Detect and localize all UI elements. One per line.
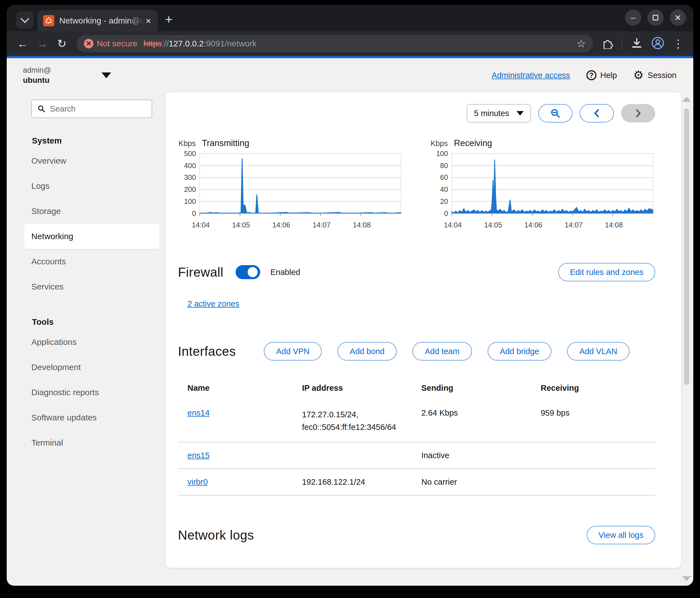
caret-down-icon bbox=[102, 73, 111, 78]
sidebar: System Overview Logs Storage Networking … bbox=[7, 92, 166, 586]
help-label: Help bbox=[600, 71, 617, 80]
scrollbar-thumb[interactable] bbox=[684, 108, 689, 385]
address-bar[interactable]: ✕ Not secure https://127.0.0.2:9091/netw… bbox=[77, 35, 593, 52]
tab-search-button[interactable] bbox=[16, 11, 33, 28]
sidebar-group-tools: Tools bbox=[32, 317, 152, 327]
bookmark-star-icon[interactable]: ☆ bbox=[576, 37, 586, 50]
add-team-button[interactable]: Add team bbox=[412, 342, 472, 361]
tab-title: Networking - admin@ub bbox=[59, 16, 144, 25]
chevron-down-icon bbox=[20, 14, 29, 23]
scrollbar-up-icon[interactable] bbox=[682, 97, 691, 102]
reload-button[interactable]: ↻ bbox=[53, 35, 71, 52]
sidebar-item-software-updates[interactable]: Software updates bbox=[24, 405, 159, 430]
administrative-access-link[interactable]: Administrative access bbox=[492, 71, 570, 80]
svg-text:14:07: 14:07 bbox=[565, 221, 582, 229]
firewall-state: Enabled bbox=[270, 268, 300, 277]
minimize-button[interactable]: – bbox=[625, 9, 641, 26]
accent-bar bbox=[7, 56, 693, 58]
profile-avatar-icon[interactable] bbox=[651, 37, 664, 51]
sidebar-item-applications[interactable]: Applications bbox=[24, 330, 159, 355]
sending-ens15: Inactive bbox=[412, 442, 531, 469]
graph-controls: 5 minutes bbox=[178, 104, 655, 123]
sidebar-item-accounts[interactable]: Accounts bbox=[24, 249, 159, 274]
scrollbar-down-icon[interactable] bbox=[682, 576, 691, 581]
sidebar-item-storage[interactable]: Storage bbox=[24, 199, 159, 224]
menu-kebab-icon[interactable]: ⋮ bbox=[673, 37, 684, 50]
view-all-logs-button[interactable]: View all logs bbox=[587, 526, 655, 544]
edit-rules-button[interactable]: Edit rules and zones bbox=[558, 263, 655, 281]
column-sending: Sending bbox=[412, 379, 531, 400]
tab-strip: Networking - admin@ub × + – ✕ bbox=[7, 5, 693, 31]
ubuntu-favicon-icon bbox=[43, 15, 54, 26]
interval-select[interactable]: 5 minutes bbox=[467, 104, 531, 123]
downloads-icon[interactable] bbox=[631, 37, 643, 50]
chevron-right-icon bbox=[634, 108, 642, 118]
maximize-button[interactable] bbox=[647, 9, 664, 26]
new-tab-button[interactable]: + bbox=[165, 12, 173, 27]
active-tab[interactable]: Networking - admin@ub × bbox=[38, 10, 158, 31]
zoom-out-icon bbox=[550, 108, 561, 119]
sidebar-item-networking[interactable]: Networking bbox=[24, 224, 159, 249]
host-name: ubuntu bbox=[23, 76, 51, 85]
sending-virbr0: No carrier bbox=[412, 469, 531, 495]
sidebar-item-development[interactable]: Development bbox=[24, 355, 159, 380]
ip-virbr0: 192.168.122.1/24 bbox=[292, 469, 412, 495]
user-menu[interactable]: admin@ ubuntu bbox=[23, 66, 111, 85]
sidebar-item-overview[interactable]: Overview bbox=[24, 148, 159, 174]
close-button[interactable]: ✕ bbox=[670, 9, 686, 26]
sidebar-item-diagnostic-reports[interactable]: Diagnostic reports bbox=[24, 380, 159, 405]
firewall-toggle[interactable] bbox=[235, 265, 260, 279]
help-menu[interactable]: ? Help bbox=[586, 70, 617, 80]
sidebar-search[interactable] bbox=[31, 100, 152, 118]
svg-text:200: 200 bbox=[184, 185, 196, 193]
scroll-left-button[interactable] bbox=[580, 104, 614, 123]
transmitting-chart: Kbps Transmitting 010020030040050014:041… bbox=[178, 138, 403, 238]
svg-text:60: 60 bbox=[440, 174, 448, 181]
sidebar-item-terminal[interactable]: Terminal bbox=[24, 430, 159, 456]
svg-text:14:07: 14:07 bbox=[312, 221, 330, 229]
forward-button[interactable]: → bbox=[33, 35, 51, 52]
browser-toolbar: ← → ↻ ✕ Not secure https://127.0.0.2:909… bbox=[7, 31, 693, 56]
search-input[interactable] bbox=[50, 104, 146, 113]
tab-close-icon[interactable]: × bbox=[144, 16, 152, 25]
table-row-ens14: ens14 172.27.0.15/24, fec0::5054:ff:fe12… bbox=[178, 400, 655, 442]
table-row-ens15: ens15 Inactive bbox=[178, 442, 655, 469]
transmitting-title: Transmitting bbox=[202, 138, 249, 148]
toggle-knob bbox=[248, 267, 258, 277]
firewall-title: Firewall bbox=[178, 265, 223, 280]
svg-text:0: 0 bbox=[444, 209, 448, 217]
scroll-right-button[interactable] bbox=[621, 104, 655, 123]
network-card: 5 minutes bbox=[166, 92, 681, 568]
interface-link-ens14[interactable]: ens14 bbox=[188, 408, 209, 417]
add-bridge-button[interactable]: Add bridge bbox=[488, 342, 551, 361]
svg-text:14:04: 14:04 bbox=[192, 221, 209, 229]
sidebar-item-logs[interactable]: Logs bbox=[24, 174, 159, 199]
security-badge[interactable]: ✕ Not secure bbox=[84, 39, 138, 48]
svg-text:14:05: 14:05 bbox=[232, 221, 250, 229]
svg-text:14:06: 14:06 bbox=[524, 221, 542, 229]
svg-text:100: 100 bbox=[184, 198, 196, 205]
extensions-icon[interactable] bbox=[601, 37, 613, 50]
interface-link-ens15[interactable]: ens15 bbox=[188, 451, 209, 460]
sending-ens14: 2.64 Kbps bbox=[412, 400, 531, 442]
interface-link-virbr0[interactable]: virbr0 bbox=[188, 477, 208, 486]
page-scrollbar[interactable] bbox=[680, 92, 693, 586]
help-icon: ? bbox=[586, 70, 597, 80]
svg-text:400: 400 bbox=[184, 162, 196, 170]
active-zones-link[interactable]: 2 active zones bbox=[188, 299, 239, 309]
sidebar-item-services[interactable]: Services bbox=[24, 274, 159, 299]
main-area: 5 minutes bbox=[166, 92, 693, 586]
url-scheme: https bbox=[144, 39, 162, 48]
cockpit-page: admin@ ubuntu Administrative access ? He… bbox=[7, 58, 693, 586]
svg-text:0: 0 bbox=[192, 209, 196, 217]
session-menu[interactable]: ⚙ Session bbox=[633, 69, 676, 81]
svg-text:80: 80 bbox=[440, 162, 448, 170]
add-vlan-button[interactable]: Add VLAN bbox=[567, 342, 629, 361]
back-button[interactable]: ← bbox=[14, 35, 31, 52]
zoom-out-button[interactable] bbox=[538, 104, 572, 123]
svg-text:14:06: 14:06 bbox=[272, 221, 290, 229]
add-bond-button[interactable]: Add bond bbox=[338, 342, 397, 361]
interval-value: 5 minutes bbox=[474, 109, 509, 118]
not-secure-icon: ✕ bbox=[84, 39, 94, 48]
add-vpn-button[interactable]: Add VPN bbox=[264, 342, 322, 361]
